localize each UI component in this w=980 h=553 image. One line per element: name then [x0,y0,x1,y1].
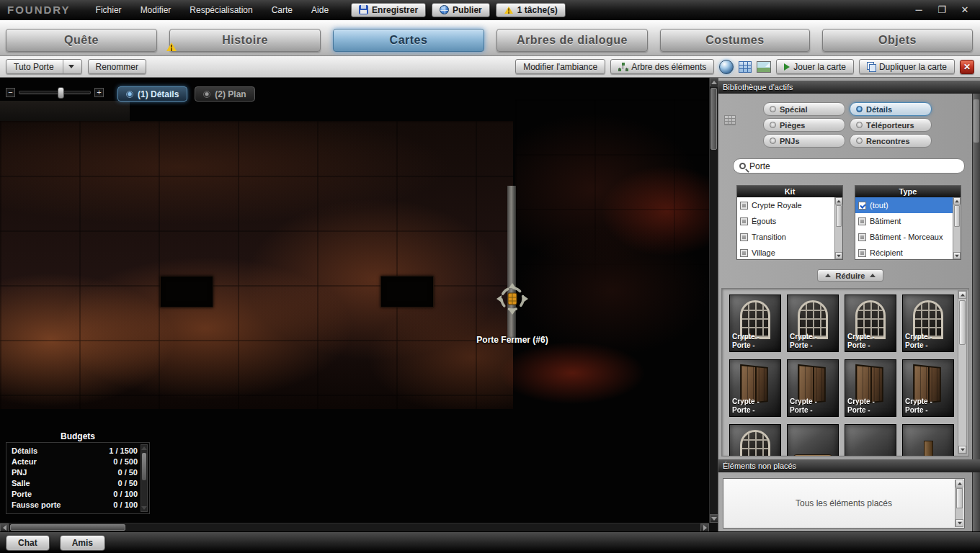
play-map-button[interactable]: Jouer la carte [776,59,854,74]
menu-carte[interactable]: Carte [262,0,302,19]
checkbox-icon[interactable] [858,233,866,241]
category-teleporteurs[interactable]: Téléporteurs [850,118,932,132]
asset-tile[interactable]: Crypte -Porte - [845,359,896,417]
asset-tile[interactable]: Crypte -Porte - [902,295,954,352]
type-item-recipient[interactable]: Récipient [855,245,953,259]
library-grid-icon[interactable] [724,115,736,125]
minimize-button[interactable]: ─ [909,3,928,17]
zoom-control: − + [6,88,104,97]
scrollbar-thumb[interactable] [836,205,842,227]
tab-quete[interactable]: Quête [6,29,157,52]
checkbox-icon[interactable] [858,249,866,257]
tab-histoire[interactable]: Histoire [169,29,321,52]
asset-tile[interactable]: Crypte -Porte - [787,359,839,417]
element-tree-button[interactable]: Arbre des éléments [610,59,714,74]
checkbox-icon[interactable] [740,249,748,257]
type-item-batiment[interactable]: Bâtiment [855,213,953,229]
asset-tile[interactable]: Crypte -Porte - [902,359,954,417]
asset-tile[interactable]: Crypte -Porte - [729,359,781,417]
scroll-up-icon [961,294,965,297]
scrollbar-thumb[interactable] [974,99,979,143]
rename-button[interactable]: Renommer [88,59,146,74]
budgets-scrollbar[interactable] [141,444,148,512]
layer-tab-plan[interactable]: (2) Plan [195,86,254,102]
kit-item-village[interactable]: Village [737,245,834,259]
kit-list-scrollbar[interactable] [834,197,842,259]
scrollbar-thumb[interactable] [959,300,966,345]
menu-respecialisation[interactable]: Respécialisation [180,0,262,19]
chevron-up-icon [825,274,831,277]
checkbox-icon[interactable] [858,217,866,225]
selected-object-gizmo[interactable] [496,282,529,315]
checkbox-icon[interactable] [740,233,748,241]
scroll-up-icon [711,81,717,84]
canvas-horizontal-scrollbar[interactable] [0,523,709,531]
friends-button[interactable]: Amis [60,535,105,551]
scroll-down-icon [711,517,717,521]
terrain-paint-button[interactable] [757,61,771,73]
category-details[interactable]: Détails [850,102,932,116]
scroll-down-icon [837,254,841,257]
kit-item-transition[interactable]: Transition [737,229,834,245]
kit-item-crypte-royale[interactable]: Crypte Royale [737,197,834,213]
save-button[interactable]: Enregistrer [351,3,426,17]
search-input[interactable] [749,161,951,171]
edit-ambiance-button[interactable]: Modifier l'ambiance [515,59,605,74]
category-rencontres[interactable]: Rencontres [850,134,932,148]
close-window-button[interactable]: ✕ [956,3,974,17]
category-special[interactable]: Spécial [763,102,845,116]
type-list-scrollbar[interactable] [953,197,961,259]
tab-arbres-dialogue[interactable]: Arbres de dialogue [496,29,648,52]
grid-mode-button[interactable] [739,61,752,73]
scroll-down-icon [955,254,959,257]
canvas-vertical-scrollbar[interactable] [709,78,718,523]
tab-cartes[interactable]: Cartes [333,29,484,52]
publish-button[interactable]: Publier [432,3,490,17]
asset-tile[interactable]: Crypte -Porte - [787,295,839,352]
scrollbar-thumb[interactable] [10,524,125,531]
radio-off-icon [770,138,776,144]
tab-costumes[interactable]: Costumes [660,29,810,52]
zoom-slider-track[interactable] [19,91,91,94]
asset-tile[interactable] [787,424,839,457]
zoom-in-button[interactable]: + [94,88,104,97]
asset-tile[interactable] [729,424,781,457]
zoom-out-button[interactable]: − [6,88,15,97]
asset-tile[interactable] [902,424,954,457]
map-dropdown-arrow[interactable] [63,60,74,73]
checkbox-icon[interactable] [740,202,748,210]
category-pieges[interactable]: Pièges [763,118,845,132]
scrollbar-thumb[interactable] [710,88,717,150]
asset-grid-scrollbar[interactable] [958,290,967,454]
scrollbar-thumb[interactable] [954,205,960,227]
scrollbar-thumb[interactable] [956,488,963,508]
close-map-button[interactable]: ✕ [960,60,974,74]
menu-aide[interactable]: Aide [302,0,338,19]
menu-fichier[interactable]: Fichier [86,0,131,19]
zoom-slider-handle[interactable] [58,87,64,99]
asset-tile[interactable]: Crypte -Porte - [845,295,896,352]
restore-button[interactable]: ❐ [932,3,951,17]
asset-tile[interactable]: Crypte -Porte - [729,295,781,352]
layer-tab-details[interactable]: (1) Détails [117,86,187,102]
tab-objets[interactable]: Objets [822,29,973,52]
type-item-tout[interactable]: (tout) [855,197,953,213]
menu-modifier[interactable]: Modifier [131,0,181,19]
map-viewport[interactable]: − + (1) Détails (2) Plan [0,78,709,523]
sphere-mode-button[interactable] [719,60,734,74]
map-name-dropdown[interactable]: Tuto Porte [6,59,82,74]
collapse-filters-button[interactable]: Réduire [817,269,883,282]
category-pnjs[interactable]: PNJs [763,134,845,148]
budget-row: PNJ0 / 50 [12,467,138,478]
checkbox-checked-icon[interactable] [858,202,866,210]
checkbox-icon[interactable] [740,217,748,225]
asset-tile[interactable] [845,424,896,457]
budgets-panel: Détails1 / 1500 Acteur0 / 500 PNJ0 / 50 … [6,442,150,514]
duplicate-map-button[interactable]: Dupliquer la carte [859,59,955,74]
chat-button[interactable]: Chat [6,535,50,551]
tasks-button[interactable]: 1 tâche(s) [496,3,566,17]
type-item-batiment-morceaux[interactable]: Bâtiment - Morceaux [855,229,953,245]
kit-item-egouts[interactable]: Égouts [737,213,834,229]
scrollbar-thumb[interactable] [142,453,146,480]
unplaced-scrollbar[interactable] [955,480,963,527]
